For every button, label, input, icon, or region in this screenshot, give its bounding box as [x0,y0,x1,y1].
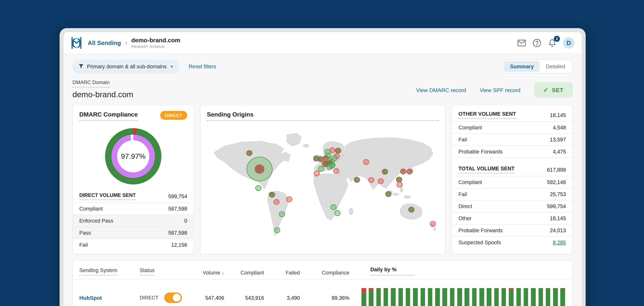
direct-volume-label: DIRECT VOLUME SENT [79,192,136,200]
row-value: 0 [184,218,187,224]
daily-bar [516,288,521,306]
row-value: 24,013 [550,227,566,234]
volume-row: Compliant592,146 [452,176,572,188]
volume-row: Probable Forwards4,475 [452,146,572,157]
group-label: OTHER VOLUME SENT [458,111,516,119]
origin-dot [386,191,391,197]
row-label: Probable Forwards [458,149,503,155]
volume-row: Compliant4,548 [452,121,572,133]
sort-desc-icon: ↓ [222,270,224,276]
daily-bar [435,288,440,306]
compliance-donut-chart: 97.97% [105,128,162,184]
domain-filter-label: Primary domain & all sub-domains [87,63,167,70]
volume-summary-card: OTHER VOLUME SENT18,145Compliant4,548Fai… [452,105,573,254]
origin-dot [269,192,275,197]
col-compliant[interactable]: Compliant [224,270,264,276]
breadcrumb-domain-type: PRIMARY DOMAIN [131,44,180,48]
col-failed[interactable]: Failed [264,270,300,276]
origin-dot [354,177,360,182]
avatar[interactable]: D [563,37,574,48]
row-value: 599,754 [547,203,566,209]
tab-summary[interactable]: Summary [504,61,540,72]
dmarc-domain-value: demo-brand.com [72,90,133,99]
origin-dot [368,177,374,183]
sending-systems-table: Sending System Status Volume↓ Compliant … [72,260,573,306]
chevron-down-icon: ▾ [171,64,173,69]
row-label: Probable Forwards [458,227,503,234]
compliant-value: 543,916 [224,295,264,301]
origin-dot [286,197,292,202]
group-label: TOTAL VOLUME SENT [458,165,515,173]
daily-bar [546,288,550,306]
bell-icon[interactable]: 2 [548,38,557,47]
col-compliance[interactable]: Compliance [300,270,350,276]
col-daily-by-pct[interactable]: Daily by % [349,267,566,276]
row-label: Other [458,215,472,221]
compliance-row: Fail12,156 [73,239,194,251]
origin-dot [382,169,388,174]
suspected-spoofs-link[interactable]: 8,285 [553,239,566,246]
row-value: 12,156 [171,242,187,248]
row-label: Fail [458,191,467,197]
row-value: 4,548 [553,125,566,131]
volume-row: Fail25,753 [452,188,572,200]
origin-dot [335,148,341,153]
dmarc-compliance-card: DMARC Compliance DIRECT 97.97% DIRECT VO… [72,105,194,254]
daily-bar [487,288,491,306]
view-spf-record-link[interactable]: View SPF record [480,87,520,93]
volume-row: Fail13,597 [452,133,572,146]
view-dmarc-record-link[interactable]: View DMARC record [416,87,466,93]
dmarc-domain-label: DMARC Domain [72,80,110,88]
failed-value: 3,490 [264,295,300,301]
origin-dot [331,205,336,210]
origin-dot [407,169,412,174]
volume-row: Direct599,754 [452,200,572,212]
col-volume[interactable]: Volume↓ [190,270,224,276]
sending-system-link[interactable]: HubSpot [79,295,102,301]
mail-icon[interactable] [517,38,526,47]
set-status-button[interactable]: ✓ SET [534,82,573,98]
daily-bar [442,288,447,306]
dmarcian-logo-icon [70,36,83,49]
app-window: All Sending › demo-brand.com PRIMARY DOM… [60,28,586,306]
reset-filters-link[interactable]: Reset filters [188,63,216,70]
toggle-knob [172,294,180,302]
daily-bar [538,288,543,306]
row-label: Enforced Pass [79,218,113,224]
help-icon[interactable] [532,38,542,47]
origin-dot [246,151,252,156]
origin-dot [378,178,384,184]
world-map[interactable] [207,124,439,245]
daily-bar [494,288,499,306]
status-toggle[interactable] [164,293,182,303]
status-label: DIRECT [140,295,158,301]
app-header: All Sending › demo-brand.com PRIMARY DOM… [64,32,582,54]
daily-bar [384,288,388,306]
donut-percent-label: 97.97% [117,140,150,172]
origin-dot [318,166,324,171]
col-sending-system[interactable]: Sending System [79,267,140,276]
row-value: 25,753 [550,191,566,197]
origin-dot [314,171,320,176]
daily-bar [413,288,418,306]
table-header: Sending System Status Volume↓ Compliant … [73,261,572,280]
row-label: Direct [458,203,472,209]
daily-bar [553,288,558,306]
daily-bar [531,288,536,306]
map-card-title: Sending Origins [207,111,439,121]
compliance-row: Enforced Pass0 [73,215,194,227]
daily-bar [398,288,403,306]
tab-detailed[interactable]: Detailed [540,61,571,72]
breadcrumb-domain-name: demo-brand.com [131,37,180,44]
origin-dot [396,177,402,182]
domain-filter-dropdown[interactable]: Primary domain & all sub-domains ▾ [72,60,179,73]
compliance-rows: Compliant587,598Enforced Pass0Pass587,59… [73,202,194,251]
group-value: 18,145 [550,112,566,118]
direct-volume-value: 599,754 [168,193,187,199]
col-status[interactable]: Status [140,267,190,276]
daily-bar [465,288,469,306]
breadcrumb-chevron-icon: › [125,39,127,47]
breadcrumb-all-sending[interactable]: All Sending [88,39,121,46]
compliance-row: Compliant587,598 [73,202,194,215]
origin-dot [408,207,414,212]
